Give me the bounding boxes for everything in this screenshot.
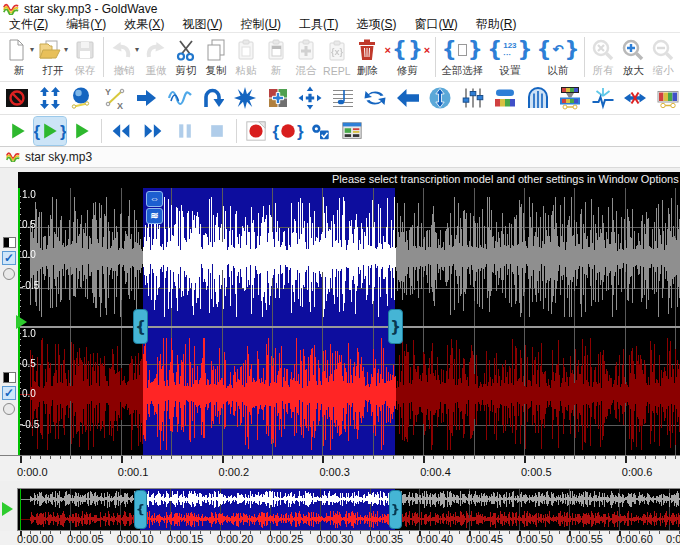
trim-brackets-button[interactable]: ×{}×修剪 [382, 34, 432, 80]
overview-play-marker[interactable] [2, 502, 13, 516]
channel2-radio[interactable] [3, 403, 15, 415]
selection-start-handle[interactable]: { [133, 309, 148, 344]
redo-arrow-button[interactable]: 重做 [141, 34, 171, 80]
cut-scissors-icon [174, 38, 198, 62]
menu-view[interactable]: 视图(V) [173, 16, 231, 33]
stretch-arrows-plus-button[interactable] [298, 85, 323, 111]
menu-edit[interactable]: 编辑(Y) [57, 16, 115, 33]
menu-tool[interactable]: 工具(T) [290, 16, 347, 33]
rewind-button[interactable] [105, 117, 137, 145]
left-brace-icon: { [33, 123, 40, 140]
pitch-swap-arrows-button[interactable] [363, 85, 388, 111]
new-file-button[interactable]: ▾新 [2, 34, 36, 80]
overview-canvas[interactable] [18, 489, 680, 530]
selection-finish-handle[interactable]: } [388, 309, 403, 344]
overview-selection-start-handle[interactable]: { [134, 490, 147, 529]
open-folder-button[interactable]: ▾打开 [36, 34, 70, 80]
volume-circle-updown-button[interactable] [428, 85, 453, 111]
stop-button[interactable] [201, 117, 233, 145]
mix-color-squares-button[interactable] [265, 85, 290, 111]
record-selection-button[interactable]: {} [272, 117, 304, 145]
dropdown-caret-icon[interactable]: ▾ [135, 45, 139, 54]
menu-options[interactable]: 选项(S) [347, 16, 405, 33]
record-button[interactable] [240, 117, 272, 145]
title-bar: star sky.mp3 - GoldWave [0, 0, 680, 17]
previous-selection-brackets-icon: {↶} [537, 39, 580, 60]
delete-trash-button[interactable]: 删除 [352, 34, 382, 80]
notice-bar: Please select transcription model and ot… [18, 172, 680, 188]
document-tab-label[interactable]: star sky.mp3 [25, 150, 92, 164]
spectrum-cart-button[interactable] [656, 85, 680, 111]
channel1-display-toggle[interactable] [3, 237, 16, 248]
equalizer-sliders-button[interactable] [460, 85, 485, 111]
axis-time-label: 0:00.40 [416, 533, 453, 545]
play-selection-button[interactable]: {} [34, 117, 66, 145]
menu-effect[interactable]: 效果(X) [115, 16, 173, 33]
cut-scissors-button[interactable]: 剪切 [171, 34, 201, 80]
spectrum-filter-machine-button[interactable] [558, 85, 583, 111]
undo-arrow-button[interactable]: ▾撤销 [107, 34, 141, 80]
menu-control[interactable]: 控制(U) [231, 16, 290, 33]
dropdown-caret-icon[interactable]: ▾ [64, 45, 68, 54]
channel2-display-toggle[interactable] [3, 372, 16, 383]
axis-major-tick [322, 456, 324, 463]
overview-selection-finish-handle[interactable]: } [389, 490, 402, 529]
axis-minor-tick [605, 456, 606, 459]
doppler-wave-button[interactable] [168, 85, 193, 111]
play-all-button[interactable] [66, 117, 98, 145]
monitor-button[interactable] [336, 117, 368, 145]
volume-updown-arrows-button[interactable] [38, 85, 63, 111]
axis-minor-tick [300, 531, 301, 534]
axis-time-label: 0:00.50 [516, 533, 553, 545]
select-all-brackets-button[interactable]: {}全部选择 [439, 34, 485, 80]
axis-time-label: 0:00.30 [317, 533, 354, 545]
music-note-staff-button[interactable] [330, 85, 355, 111]
menu-file[interactable]: 文件(Z) [0, 16, 57, 33]
selection-drag-badge[interactable]: ≋ [146, 208, 163, 224]
set-marker-brackets-button[interactable]: {123···}设置 [485, 34, 534, 80]
zoom-out-magnifier-button[interactable]: 缩小 [648, 34, 678, 80]
reverse-left-arrow-button[interactable] [395, 85, 420, 111]
waveform-canvas[interactable] [18, 188, 680, 455]
xy-mapping-button[interactable]: YX [103, 85, 128, 111]
zoom-all-magnifier-button[interactable]: 所有 [588, 34, 618, 80]
axis-time-label: 0:00.45 [466, 533, 503, 545]
reverse-uturn-button[interactable] [200, 85, 225, 111]
play-position-marker[interactable] [16, 315, 27, 329]
zoom-in-magnifier-button[interactable]: 放大 [618, 34, 648, 80]
click-repair-spark-button[interactable] [591, 85, 616, 111]
button-icon-row [294, 36, 318, 63]
play-button[interactable] [2, 117, 34, 145]
flange-star-button[interactable] [233, 85, 258, 111]
button-label: 复制 [206, 64, 227, 78]
save-floppy-button[interactable]: 保存 [70, 34, 100, 80]
set-marker-brackets-icon: {123···} [487, 39, 532, 60]
paste-clipboard-button[interactable]: 粘贴 [231, 34, 261, 80]
channel1-radio[interactable] [3, 268, 15, 280]
menu-window[interactable]: 窗口(W) [405, 16, 466, 33]
spectrum-bars-button[interactable] [493, 85, 518, 111]
noise-gate-button[interactable] [526, 85, 551, 111]
paste-new-clipboard-button[interactable]: 新 [261, 34, 291, 80]
mix-clipboard-button[interactable]: 混合 [291, 34, 321, 80]
record-settings-button[interactable] [304, 117, 336, 145]
fast-forward-button[interactable] [137, 117, 169, 145]
selection-finish-adjust-badge[interactable]: ⇔ [146, 191, 163, 207]
dropdown-caret-icon[interactable]: ▾ [30, 45, 34, 54]
copy-pages-button[interactable]: 复制 [201, 34, 231, 80]
zoom-all-magnifier-icon [591, 38, 615, 62]
replace-clipboard-button[interactable]: {x}REPL [321, 35, 352, 79]
insert-arrow-button[interactable] [135, 85, 160, 111]
menu-help[interactable]: 帮助(R) [467, 16, 526, 33]
toolbar-separator [584, 37, 585, 77]
axis-time-label: 0:00.15 [167, 533, 204, 545]
channel2-select-checkbox[interactable]: ✓ [2, 386, 16, 400]
previous-selection-brackets-button[interactable]: {↶}以前 [535, 34, 582, 80]
pitch-sphere-button[interactable] [70, 85, 95, 111]
channel1-select-checkbox[interactable]: ✓ [2, 251, 16, 265]
noise-reduction-x-button[interactable] [623, 85, 648, 111]
bypass-prohibition-button[interactable] [5, 85, 30, 111]
axis-minor-tick [252, 456, 253, 459]
button-label: 设置 [499, 64, 520, 78]
pause-button[interactable] [169, 117, 201, 145]
